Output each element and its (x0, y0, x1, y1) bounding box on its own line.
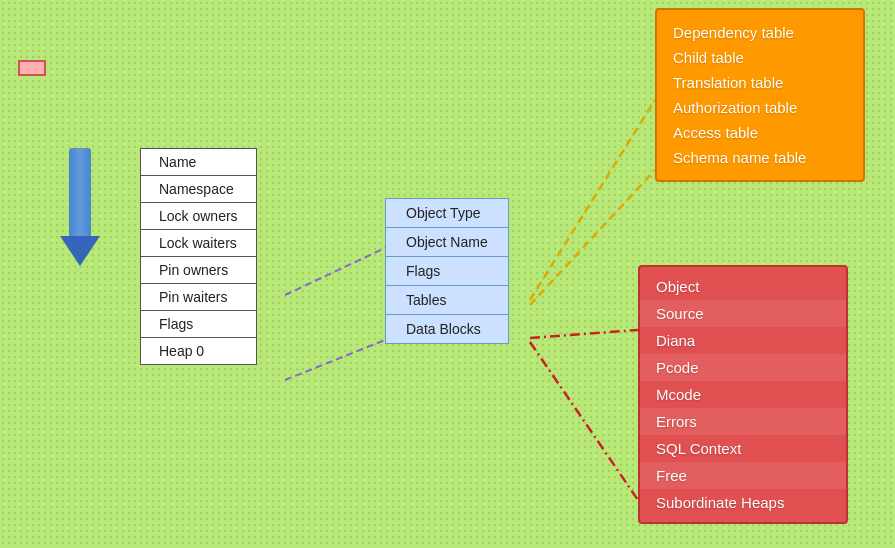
handle-table-row: Name (141, 149, 257, 176)
handle-table-row: Flags (141, 311, 257, 338)
orange-box-item: Schema name table (673, 145, 847, 170)
red-box-item: Mcode (640, 381, 846, 408)
handle-table-row: Heap 0 (141, 338, 257, 365)
handle-table-row: Namespace (141, 176, 257, 203)
red-box-item: SQL Context (640, 435, 846, 462)
svg-line-4 (530, 330, 638, 338)
handle-table-row: Pin owners (141, 257, 257, 284)
orange-box: Dependency tableChild tableTranslation t… (655, 8, 865, 182)
object-table-row: Flags (386, 257, 509, 286)
svg-line-3 (530, 170, 655, 305)
red-box-item: Source (640, 300, 846, 327)
object-handle-label (18, 60, 46, 76)
orange-box-item: Child table (673, 45, 847, 70)
orange-box-item: Translation table (673, 70, 847, 95)
arrow-shaft (69, 148, 91, 238)
orange-box-item: Access table (673, 120, 847, 145)
red-box-item: Subordinate Heaps (640, 489, 846, 516)
object-table-row: Object Name (386, 228, 509, 257)
handle-table: NameNamespaceLock ownersLock waitersPin … (140, 148, 257, 365)
svg-line-1 (285, 340, 385, 380)
handle-table-row: Lock waiters (141, 230, 257, 257)
arrow-head (60, 236, 100, 266)
object-table: Object TypeObject NameFlagsTablesData Bl… (385, 198, 509, 344)
blue-arrow (60, 148, 100, 266)
svg-line-0 (285, 248, 385, 295)
handle-table-row: Pin waiters (141, 284, 257, 311)
red-box-item: Object (640, 273, 846, 300)
red-box-item: Pcode (640, 354, 846, 381)
object-table-row: Tables (386, 286, 509, 315)
orange-box-item: Authorization table (673, 95, 847, 120)
red-box-item: Errors (640, 408, 846, 435)
red-box-item: Free (640, 462, 846, 489)
orange-box-item: Dependency table (673, 20, 847, 45)
red-box: ObjectSourceDianaPcodeMcodeErrorsSQL Con… (638, 265, 848, 524)
red-box-item: Diana (640, 327, 846, 354)
object-table-row: Object Type (386, 199, 509, 228)
svg-line-2 (530, 100, 655, 300)
object-table-row: Data Blocks (386, 315, 509, 344)
svg-line-5 (530, 342, 638, 500)
handle-table-row: Lock owners (141, 203, 257, 230)
